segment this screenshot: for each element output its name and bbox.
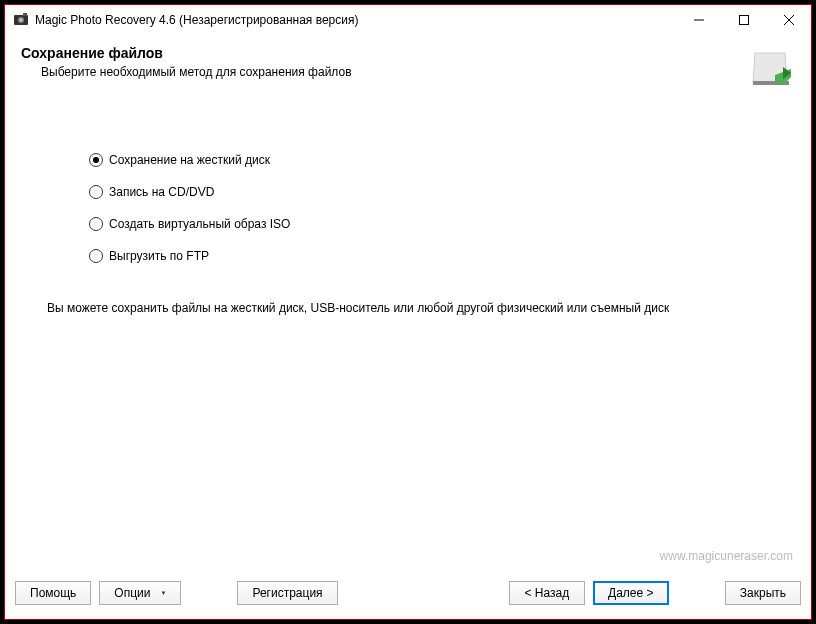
button-bar: Помощь Опции Регистрация < Назад Далее >… — [5, 569, 811, 619]
back-button[interactable]: < Назад — [509, 581, 585, 605]
register-button[interactable]: Регистрация — [237, 581, 337, 605]
radio-label: Запись на CD/DVD — [109, 185, 214, 199]
save-disk-icon — [747, 45, 795, 93]
radio-label: Выгрузить по FTP — [109, 249, 209, 263]
window-title: Magic Photo Recovery 4.6 (Незарегистриро… — [35, 13, 676, 27]
page-subtitle: Выберите необходимый метод для сохранени… — [41, 65, 747, 79]
radio-icon — [89, 153, 103, 167]
next-button[interactable]: Далее > — [593, 581, 669, 605]
svg-rect-5 — [739, 16, 748, 25]
radio-save-hdd[interactable]: Сохранение на жесткий диск — [89, 153, 799, 167]
window-controls — [676, 5, 811, 35]
app-icon — [13, 12, 29, 28]
content-area: Сохранение файлов Выберите необходимый м… — [5, 35, 811, 569]
radio-icon — [89, 217, 103, 231]
watermark-link[interactable]: www.magicuneraser.com — [17, 549, 799, 563]
radio-label: Создать виртуальный образ ISO — [109, 217, 290, 231]
app-window: Magic Photo Recovery 4.6 (Незарегистриро… — [4, 4, 812, 620]
svg-point-2 — [20, 19, 23, 22]
radio-icon — [89, 249, 103, 263]
radio-upload-ftp[interactable]: Выгрузить по FTP — [89, 249, 799, 263]
svg-rect-3 — [23, 13, 27, 16]
close-button[interactable] — [766, 5, 811, 35]
radio-label: Сохранение на жесткий диск — [109, 153, 270, 167]
minimize-button[interactable] — [676, 5, 721, 35]
option-description: Вы можете сохранить файлы на жесткий дис… — [17, 281, 799, 315]
help-button[interactable]: Помощь — [15, 581, 91, 605]
radio-burn-cd[interactable]: Запись на CD/DVD — [89, 185, 799, 199]
page-header: Сохранение файлов Выберите необходимый м… — [17, 35, 799, 93]
titlebar: Magic Photo Recovery 4.6 (Незарегистриро… — [5, 5, 811, 35]
radio-icon — [89, 185, 103, 199]
radio-create-iso[interactable]: Создать виртуальный образ ISO — [89, 217, 799, 231]
maximize-button[interactable] — [721, 5, 766, 35]
save-options: Сохранение на жесткий диск Запись на CD/… — [17, 93, 799, 281]
close-wizard-button[interactable]: Закрыть — [725, 581, 801, 605]
options-button[interactable]: Опции — [99, 581, 181, 605]
page-title: Сохранение файлов — [21, 45, 747, 61]
